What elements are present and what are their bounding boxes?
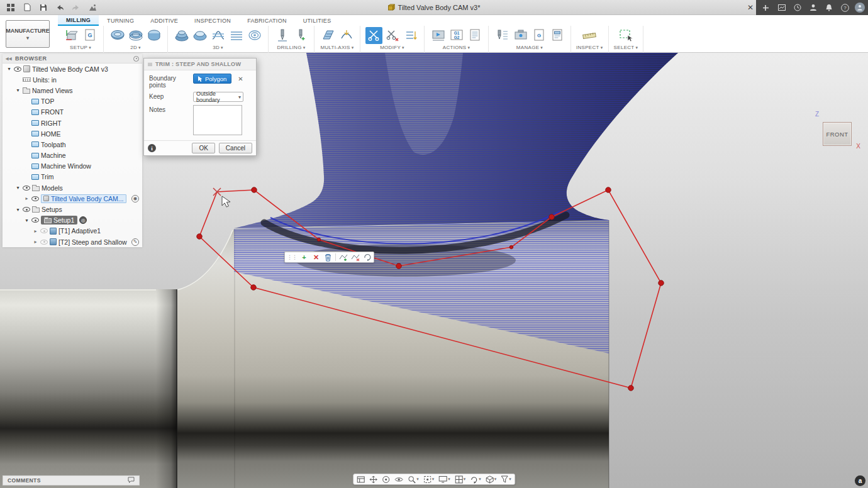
comment-bubble-icon[interactable] <box>128 477 135 484</box>
user-avatar[interactable] <box>855 3 865 13</box>
2d-adaptive-icon[interactable] <box>109 27 126 44</box>
dialog-drag-handle-icon[interactable] <box>148 63 152 66</box>
active-setup-badge-icon[interactable]: ◎ <box>79 216 87 224</box>
job-status-icon[interactable] <box>776 2 788 13</box>
tree-item-named-views[interactable]: ▾ Named Views <box>3 85 142 96</box>
caret-collapsed-icon[interactable]: ▸ <box>33 228 38 234</box>
swarf-icon[interactable] <box>320 27 337 44</box>
notes-textarea[interactable] <box>193 105 242 135</box>
caret-expanded-icon[interactable]: ▾ <box>15 87 21 93</box>
app-grid-icon[interactable] <box>4 2 18 13</box>
clear-selection-icon[interactable]: ✕ <box>235 74 245 84</box>
tree-item-model-component[interactable]: ▸ Tilted Valve Body CAM... ◉ <box>3 193 142 204</box>
notifications-bell-icon[interactable] <box>823 2 835 13</box>
3d-steep-shallow-icon[interactable] <box>209 27 226 44</box>
3d-scallop-icon[interactable] <box>246 27 263 44</box>
new-tab-plus-icon[interactable] <box>759 2 772 13</box>
tree-item-root-component[interactable]: ▾ Tilted Valve Body CAM v3 <box>3 64 142 74</box>
profile-person-icon[interactable] <box>807 2 820 13</box>
insert-point-icon[interactable] <box>338 253 348 262</box>
group-label-2d[interactable]: 2D <box>130 45 141 50</box>
tree-item-toolpath-adaptive1[interactable]: ▸ [T1] Adaptive1 <box>3 226 142 236</box>
group-label-multiaxis[interactable]: MULTI-AXIS <box>320 45 353 50</box>
save-icon[interactable] <box>36 2 50 13</box>
visibility-eye-icon[interactable] <box>40 240 48 245</box>
tree-item-setups[interactable]: ▾ Setups <box>3 204 142 214</box>
file-icon[interactable] <box>20 2 34 13</box>
fit-icon[interactable]: ▾ <box>423 475 435 484</box>
reorder-passes-icon[interactable] <box>402 27 419 44</box>
visibility-eye-icon[interactable] <box>23 186 30 191</box>
tree-item-view-trim[interactable]: Trim <box>3 172 142 182</box>
group-label-inspect[interactable]: INSPECT <box>576 45 603 50</box>
remove-segment-icon[interactable] <box>350 253 360 262</box>
assistant-button[interactable]: a <box>855 475 865 486</box>
group-label-modify[interactable]: MODIFY <box>380 45 404 50</box>
visibility-eye-icon[interactable] <box>31 196 39 201</box>
tree-item-view-top[interactable]: TOP <box>3 96 142 107</box>
info-icon[interactable]: i <box>148 144 156 152</box>
drill-icon[interactable] <box>274 27 291 44</box>
display-settings-icon[interactable]: ▾ <box>438 475 450 483</box>
tab-milling[interactable]: MILLING <box>58 15 99 26</box>
tree-item-view-home[interactable]: HOME <box>3 128 142 139</box>
drag-handle[interactable]: ⋮⋮ <box>287 254 297 260</box>
caret-expanded-icon[interactable]: ▾ <box>15 207 21 213</box>
dialog-header[interactable]: TRIM : STEEP AND SHALLOW <box>144 58 256 70</box>
machine-library-icon[interactable] <box>512 27 529 44</box>
ground-badge-icon[interactable]: ◉ <box>131 195 139 202</box>
redo-icon[interactable] <box>69 2 83 13</box>
bore-icon[interactable] <box>292 27 309 44</box>
polygon-select-button[interactable]: Polygon <box>193 74 231 84</box>
caret-collapsed-icon[interactable]: ▸ <box>24 196 30 201</box>
pan-icon[interactable] <box>369 475 377 484</box>
3d-adaptive-icon[interactable] <box>173 27 190 44</box>
simulate-icon[interactable] <box>430 27 447 44</box>
file-tab-icon[interactable] <box>357 475 365 484</box>
viewcube-front-face[interactable]: FRONT <box>823 122 852 146</box>
browser-settings-icon[interactable] <box>133 56 139 62</box>
tree-item-units[interactable]: Units: in <box>3 74 142 85</box>
tab-fabrication[interactable]: FABRICATION <box>239 15 295 26</box>
tree-item-setup1[interactable]: ▾ Setup1 ◎ <box>3 215 142 226</box>
group-label-select[interactable]: SELECT <box>614 45 638 50</box>
templates-library-icon[interactable] <box>548 27 565 44</box>
tab-utilities[interactable]: UTILITIES <box>295 15 340 26</box>
post-library-icon[interactable]: G <box>530 27 547 44</box>
delete-passes-icon[interactable] <box>384 27 401 44</box>
help-icon[interactable]: ? <box>839 2 852 13</box>
visual-style-icon[interactable]: ▾ <box>486 475 497 484</box>
caret-expanded-icon[interactable]: ▾ <box>6 66 12 72</box>
delete-all-points-icon[interactable] <box>323 253 333 262</box>
tool-library-icon[interactable] <box>494 27 511 44</box>
caret-expanded-icon[interactable]: ▾ <box>24 218 30 223</box>
keep-dropdown[interactable]: Outside boundary <box>193 92 243 102</box>
tab-inspection[interactable]: INSPECTION <box>186 15 239 26</box>
comments-bar[interactable]: COMMENTS <box>3 475 140 485</box>
delete-point-icon[interactable]: ✕ <box>311 253 321 262</box>
tree-item-view-front[interactable]: FRONT <box>3 107 142 118</box>
home-view-icon[interactable] <box>86 2 99 13</box>
cancel-button[interactable]: Cancel <box>219 143 252 153</box>
collapse-panel-icon[interactable]: ◂◂ <box>6 55 12 62</box>
view-cube[interactable]: Z FRONT X <box>815 111 860 155</box>
group-label-actions[interactable]: ACTIONS <box>443 45 470 50</box>
group-label-manage[interactable]: MANAGE <box>516 45 543 50</box>
close-icon[interactable]: ✕ <box>745 2 756 13</box>
caret-collapsed-icon[interactable]: ▸ <box>33 239 38 245</box>
workspace-switcher[interactable]: MANUFACTURE ▾ <box>6 20 50 48</box>
tab-additive[interactable]: ADDITIVE <box>142 15 186 26</box>
visibility-eye-icon[interactable] <box>31 218 39 223</box>
2d-pocket-icon[interactable] <box>127 27 144 44</box>
setup-sheet-g-icon[interactable]: G <box>81 27 98 44</box>
setup-sheet-icon[interactable] <box>466 27 483 44</box>
3d-pocket-icon[interactable] <box>191 27 208 44</box>
window-select-icon[interactable] <box>617 27 634 44</box>
selection-filter-icon[interactable]: ▾ <box>501 475 511 483</box>
group-label-setup[interactable]: SETUP <box>70 45 91 50</box>
tree-item-view-toolpath[interactable]: Toolpath <box>3 139 142 150</box>
visibility-eye-icon[interactable] <box>23 207 30 212</box>
multiaxis-contour-icon[interactable] <box>338 27 355 44</box>
tab-turning[interactable]: TURNING <box>99 15 142 26</box>
ok-button[interactable]: OK <box>192 143 214 153</box>
